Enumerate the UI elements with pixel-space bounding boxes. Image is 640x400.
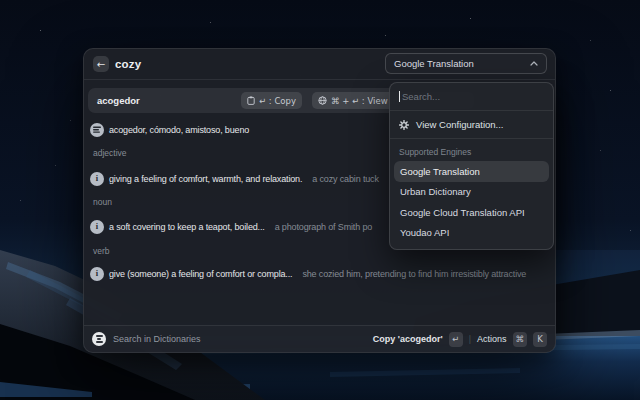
clipboard-icon (247, 96, 255, 105)
text-caret (399, 91, 400, 102)
query-input[interactable] (115, 49, 375, 79)
view-hint-label: ⌘ + ↵ : View in (331, 96, 398, 106)
view-configuration-item[interactable]: View Configuration... (390, 111, 553, 139)
engine-item-urban-dictionary[interactable]: Urban Dictionary (394, 182, 549, 203)
primary-action-button[interactable]: Copy 'acogedor' (373, 334, 443, 344)
verb-example: she cozied him, pretending to find him i… (302, 269, 526, 279)
info-icon: i (90, 220, 104, 234)
engine-item-google-cloud-translation-api[interactable]: Google Cloud Translation API (394, 202, 549, 223)
verb-definition: give (someone) a feeling of comfort or c… (109, 269, 292, 279)
globe-icon (318, 96, 327, 105)
stars (0, 0, 1, 1)
engine-dropdown-panel: Search... View Configuration... Supporte… (389, 82, 554, 250)
footer-source: Search in Dictionaries (92, 332, 373, 346)
engine-dropdown-trigger[interactable]: Google Translation (385, 53, 547, 74)
adjective-definition: giving a feeling of comfort, warmth, and… (109, 174, 302, 184)
footer-source-label: Search in Dictionaries (113, 334, 201, 344)
info-icon: i (90, 172, 104, 186)
engine-dropdown-label: Google Translation (394, 58, 474, 69)
copy-hint-label: ↵ : Copy (259, 96, 296, 106)
adjective-example: a cozy cabin tuck (312, 174, 378, 184)
copy-hint-badge: ↵ : Copy (241, 92, 302, 109)
view-configuration-label: View Configuration... (416, 119, 504, 130)
section-verb: verb (93, 243, 110, 260)
footer-separator: | (469, 334, 471, 344)
engine-search-placeholder: Search... (402, 91, 440, 102)
engine-item-youdao-api[interactable]: Youdao API (394, 223, 549, 244)
supported-engines-header: Supported Engines (390, 139, 553, 161)
chevron-up-icon (530, 61, 538, 66)
return-key-badge: ↵ (449, 332, 463, 347)
translation-text: acogedor, cómodo, amistoso, bueno (109, 125, 249, 135)
raycast-window: ← Google Translation acogedor ↵ : Copy (83, 48, 556, 353)
search-bar: ← Google Translation (84, 49, 555, 79)
cmd-key-badge: ⌘ (513, 332, 528, 347)
back-button[interactable]: ← (93, 56, 109, 72)
actions-button[interactable]: Actions (477, 334, 507, 344)
topbar-divider (84, 79, 555, 80)
action-bar: Search in Dictionaries Copy 'acogedor' ↵… (84, 325, 555, 352)
engine-search-field[interactable]: Search... (390, 83, 553, 111)
section-noun: noun (93, 194, 112, 211)
dictionaries-icon (92, 332, 106, 346)
k-key-badge: K (533, 332, 547, 347)
translation-icon (90, 123, 104, 137)
verb-result-row[interactable]: i give (someone) a feeling of comfort or… (90, 261, 549, 286)
gear-icon (399, 120, 409, 130)
section-adjective: adjective (93, 145, 127, 162)
selected-result-title: acogedor (97, 88, 140, 113)
info-icon: i (90, 267, 104, 281)
noun-example: a photograph of Smith po (275, 222, 372, 232)
engine-item-google-translation[interactable]: Google Translation (394, 161, 549, 182)
noun-definition: a soft covering to keep a teapot, boiled… (109, 222, 265, 232)
back-arrow-icon: ← (97, 59, 105, 70)
